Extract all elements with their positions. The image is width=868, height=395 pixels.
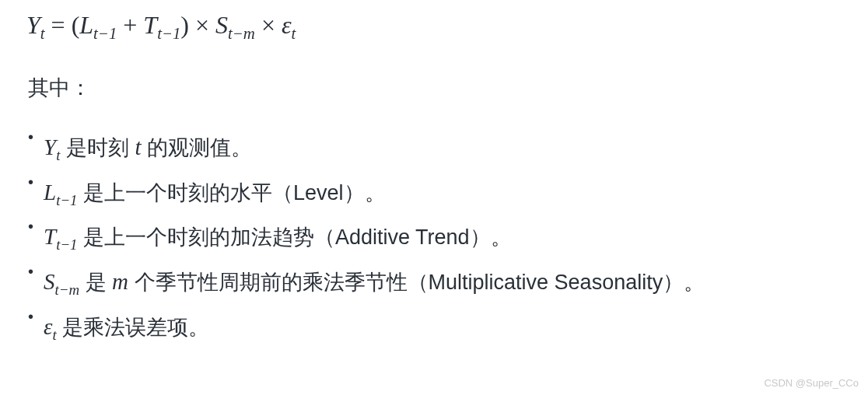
main-formula: Yt = (Lt−1 + Tt−1) × St−m × εt (26, 11, 842, 43)
formula-eq: = (45, 11, 72, 39)
list-item: εt 是乘法误差项。 (26, 305, 842, 350)
li-symbol: εt (44, 314, 57, 339)
intro-text: 其中： (26, 74, 842, 102)
definition-list: Yt 是时刻 t 的观测值。 Lt−1 是上一个时刻的水平（Level）。 Tt… (26, 125, 842, 349)
formula-T-sub: t−1 (157, 24, 180, 42)
li-symbol: Yt (44, 135, 60, 159)
li-mid: 是上一个时刻的加法趋势（Additive Trend）。 (78, 225, 512, 249)
list-item: Yt 是时刻 t 的观测值。 (26, 125, 842, 170)
li-mid: 是上一个时刻的水平（Level）。 (78, 181, 386, 204)
li-mid: 是 (79, 271, 112, 294)
list-item: Tt−1 是上一个时刻的加法趋势（Additive Trend）。 (26, 215, 842, 260)
li-mid: 是乘法误差项。 (57, 316, 210, 339)
watermark: CSDN @Super_CCo (764, 377, 859, 389)
li-post: 的观测值。 (141, 136, 252, 159)
formula-L-sub: t−1 (93, 24, 117, 42)
li-symbol: Tt−1 (44, 224, 78, 249)
li-post: 个季节性周期前的乘法季节性（Multiplicative Seasonality… (128, 271, 705, 294)
li-symbol2: m (112, 269, 128, 294)
list-item: Lt−1 是上一个时刻的水平（Level）。 (26, 170, 842, 215)
formula-Y: Y (26, 11, 40, 39)
formula-eps: ε (282, 11, 292, 39)
formula-T: T (143, 11, 157, 39)
li-symbol: St−m (44, 269, 79, 294)
list-item: St−m 是 m 个季节性周期前的乘法季节性（Multiplicative Se… (26, 260, 842, 305)
formula-times2: × (255, 11, 282, 39)
formula-eps-sub: t (292, 24, 296, 42)
formula-lparen: ( (72, 11, 80, 39)
formula-S-sub: t−m (228, 24, 255, 42)
formula-L: L (79, 11, 93, 39)
formula-S: S (215, 11, 228, 39)
li-mid: 是时刻 (60, 136, 135, 159)
formula-plus: + (117, 11, 143, 39)
formula-times1: × (189, 11, 215, 39)
formula-rparen: ) (180, 11, 189, 39)
li-symbol: Lt−1 (44, 180, 78, 204)
